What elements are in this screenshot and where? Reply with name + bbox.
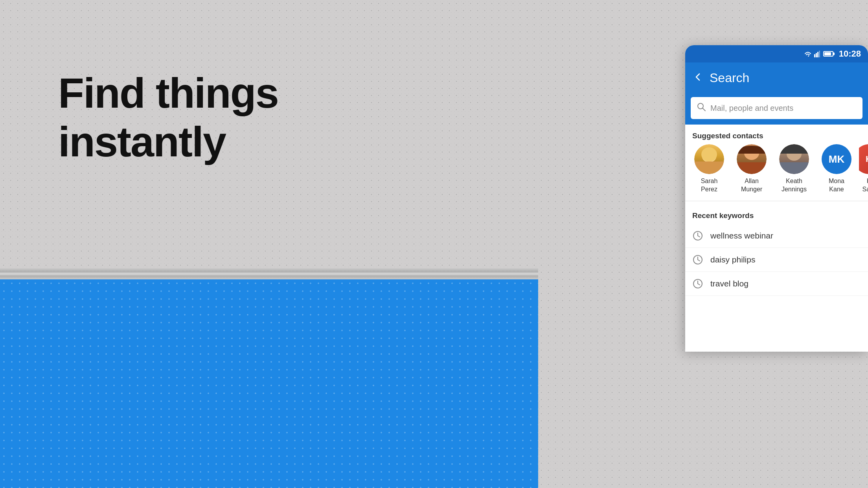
avatar-mona: MK [822,144,851,174]
keyword-item-3[interactable]: travel blog [685,272,868,296]
contact-name-sarah: SarahPerez [701,177,718,194]
svg-rect-2 [817,52,818,57]
divider-1 [685,201,868,201]
wifi-icon [804,50,812,57]
avatar-allan-img [737,144,767,174]
keyword-text-3: travel blog [710,279,748,288]
keyword-text-2: daisy philips [710,255,755,264]
contact-name-keath: KeathJennings [782,177,807,194]
search-placeholder: Mail, people and events [710,104,793,113]
search-bar[interactable]: Mail, people and events [691,97,862,119]
contact-partial[interactable]: K KSa... [859,144,868,194]
svg-line-14 [698,284,700,285]
recent-keywords-label: Recent keywords [685,204,868,224]
avatar-keath-img [779,144,809,174]
battery-icon [823,51,833,57]
avatar-keath [779,144,809,174]
content-area: Suggested contacts SarahPerez [685,125,868,296]
clock-icon-1 [692,230,703,241]
svg-rect-1 [816,53,817,57]
keyword-item-2[interactable]: daisy philips [685,248,868,272]
back-button[interactable] [692,72,703,84]
search-bar-container: Mail, people and events [685,93,868,125]
avatar-sarah-img [694,144,724,174]
headline-line1: Find things [58,69,278,117]
svg-line-5 [703,108,706,111]
app-bar: Search [685,62,868,93]
blue-stripe-background [0,268,538,488]
svg-rect-0 [814,54,815,57]
keyword-item-1[interactable]: wellness webinar [685,224,868,248]
svg-line-8 [698,236,700,237]
avatar-allan [737,144,767,174]
phone-mockup: 10:28 Search Mail, people and events Sug… [685,45,868,352]
svg-rect-3 [819,51,820,57]
headline-container: Find things instantly [58,69,278,166]
status-bar: 10:28 [685,45,868,62]
headline-text: Find things instantly [58,69,278,166]
contacts-row: SarahPerez AllanMunger [685,144,868,198]
contact-name-allan: AllanMunger [741,177,762,194]
status-icons [804,50,833,57]
contact-name-k: KSa... [862,177,868,194]
contact-allan[interactable]: AllanMunger [732,144,772,194]
app-title: Search [710,71,749,85]
clock-icon-3 [692,278,703,289]
clock-icon-2 [692,254,703,265]
contact-sarah[interactable]: SarahPerez [689,144,729,194]
signal-icon [814,50,821,57]
contact-mona[interactable]: MK MonaKane [817,144,857,194]
search-icon [697,103,706,114]
avatar-sarah [694,144,724,174]
status-time: 10:28 [839,49,861,59]
avatar-k: K [859,144,868,174]
svg-line-11 [698,260,700,261]
contact-name-mona: MonaKane [829,177,844,194]
keyword-text-1: wellness webinar [710,231,773,240]
suggested-contacts-label: Suggested contacts [685,125,868,144]
headline-line2: instantly [58,118,226,165]
contact-keath[interactable]: KeathJennings [774,144,814,194]
